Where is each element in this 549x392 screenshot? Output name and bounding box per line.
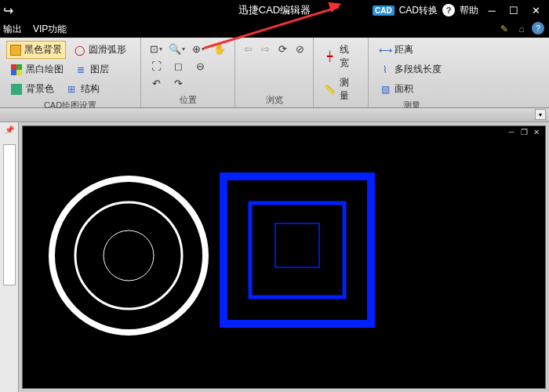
ribbon-subbar: ▾ xyxy=(0,108,549,122)
smooth-arc-label: 圆滑弧形 xyxy=(89,43,126,56)
svg-rect-8 xyxy=(224,176,371,324)
menu-output[interactable]: 输出 xyxy=(3,23,22,36)
canvas-close-icon[interactable]: ✕ xyxy=(531,128,542,136)
bg-color-label: 背景色 xyxy=(26,82,54,96)
window-icon[interactable]: ◻ xyxy=(169,58,187,74)
canvas[interactable]: ─ ❐ ✕ xyxy=(22,125,546,389)
group-label-browse: 浏览 xyxy=(242,93,307,106)
black-bg-icon xyxy=(10,45,21,56)
distance-label: 距离 xyxy=(394,43,413,56)
linewidth-button[interactable]: ┿ 线宽 xyxy=(320,41,362,72)
bw-icon xyxy=(10,64,23,76)
canvas-minimize-icon[interactable]: ─ xyxy=(506,128,517,136)
close-button[interactable]: ✕ xyxy=(527,3,544,17)
help-label[interactable]: 帮助 xyxy=(460,4,478,17)
polyline-icon: ⌇ xyxy=(379,64,391,76)
group-label-position: 位置 xyxy=(147,93,228,106)
fit-icon[interactable]: ⊡ xyxy=(147,41,164,56)
svg-rect-9 xyxy=(250,203,344,297)
home-icon[interactable]: ⌂ xyxy=(514,22,529,36)
extents-icon[interactable]: ⛶ xyxy=(147,58,165,74)
bw-draw-button[interactable]: 黑白绘图 xyxy=(6,60,67,78)
ribbon-group-measure: ⟷ 距离 ⌇ 多段线长度 ▧ 面积 测量 xyxy=(369,38,455,107)
expand-ribbon-button[interactable]: ▾ xyxy=(535,109,546,120)
help-small-icon[interactable]: ? xyxy=(532,22,544,34)
structure-icon: ⊞ xyxy=(65,83,78,96)
svg-rect-4 xyxy=(11,84,22,95)
ribbon: 黑色背景 ◯ 圆滑弧形 黑白绘图 ≣ 图层 xyxy=(0,38,549,108)
ribbon-group-hide: ┿ 线宽 📏 测量 A 文本 隐藏 xyxy=(314,38,369,107)
distance-icon: ⟷ xyxy=(379,44,391,56)
distance-button[interactable]: ⟷ 距离 xyxy=(375,41,449,59)
app-title: 迅捷CAD编辑器 xyxy=(238,3,311,17)
next-icon[interactable]: ⇨ xyxy=(259,41,271,56)
svg-rect-3 xyxy=(16,70,22,75)
area-button[interactable]: ▧ 面积 xyxy=(375,80,449,98)
workspace: 📌 ─ ❐ ✕ xyxy=(0,122,549,392)
arc-icon: ◯ xyxy=(73,44,85,56)
circles-drawing xyxy=(46,173,211,338)
layer-button[interactable]: ≣ 图层 xyxy=(71,60,113,78)
redo-icon[interactable]: ↪ xyxy=(0,3,13,18)
svg-rect-0 xyxy=(11,64,16,70)
rotate-right-icon[interactable]: ↷ xyxy=(169,75,187,91)
structure-button[interactable]: ⊞ 结构 xyxy=(61,80,104,98)
ruler-icon: 📏 xyxy=(324,83,336,96)
ribbon-group-browse: ⇦ ⇨ ⟳ ⊘ 浏览 xyxy=(235,38,314,107)
zoom-icon[interactable]: 🔍 xyxy=(169,41,185,56)
ribbon-group-position: ⊡ 🔍 ⊕ ✋ ⛶ ◻ ⊖ ↶ ↷ 位置 xyxy=(141,38,235,107)
side-panel: 📌 xyxy=(0,122,19,392)
measure-button[interactable]: 📏 测量 xyxy=(320,74,362,105)
edit-icon[interactable]: ✎ xyxy=(497,22,511,36)
polyline-label: 多段线长度 xyxy=(394,63,442,76)
menubar: 输出 VIP功能 ✎ ⌂ ? xyxy=(0,20,549,38)
smooth-arc-button[interactable]: ◯ 圆滑弧形 xyxy=(69,41,130,59)
pin-icon[interactable]: 📌 xyxy=(5,125,14,134)
linewidth-label: 线宽 xyxy=(340,43,358,70)
black-bg-button[interactable]: 黑色背景 xyxy=(6,41,66,59)
bg-color-button[interactable]: 背景色 xyxy=(6,80,58,98)
area-label: 面积 xyxy=(394,82,413,96)
layer-icon: ≣ xyxy=(75,64,87,76)
rotate-left-icon[interactable]: ↶ xyxy=(147,75,165,91)
measure-label: 测量 xyxy=(340,76,358,103)
polyline-button[interactable]: ⌇ 多段线长度 xyxy=(375,60,449,78)
canvas-restore-icon[interactable]: ❐ xyxy=(518,128,529,136)
svg-rect-10 xyxy=(275,223,319,267)
prev-icon[interactable]: ⇦ xyxy=(242,41,254,56)
svg-rect-1 xyxy=(16,64,22,70)
area-icon: ▧ xyxy=(379,83,391,96)
ribbon-group-cad-settings: 黑色背景 ◯ 圆滑弧形 黑白绘图 ≣ 图层 xyxy=(0,38,141,107)
structure-label: 结构 xyxy=(81,82,100,96)
refresh-icon[interactable]: ⟳ xyxy=(277,41,289,56)
black-bg-label: 黑色背景 xyxy=(24,43,62,56)
cad-convert-label[interactable]: CAD转换 xyxy=(399,4,438,17)
cad-badge-icon: CAD xyxy=(373,5,394,16)
vertical-ruler xyxy=(3,144,16,285)
maximize-button[interactable]: ☐ xyxy=(505,3,522,17)
svg-point-6 xyxy=(75,202,182,309)
minimize-button[interactable]: ─ xyxy=(483,3,500,17)
layer-label: 图层 xyxy=(90,63,109,76)
help-icon[interactable]: ? xyxy=(442,4,455,16)
squares-drawing xyxy=(219,172,376,328)
stop-icon[interactable]: ⊘ xyxy=(294,41,307,56)
bgcolor-icon xyxy=(10,83,23,96)
linewidth-icon: ┿ xyxy=(324,50,336,63)
bw-draw-label: 黑白绘图 xyxy=(26,63,64,76)
titlebar: ↪ 迅捷CAD编辑器 CAD CAD转换 ? 帮助 ─ ☐ ✕ xyxy=(0,0,549,20)
menu-vip[interactable]: VIP功能 xyxy=(33,23,67,36)
zoomout-icon[interactable]: ⊖ xyxy=(191,58,209,74)
svg-point-7 xyxy=(104,230,154,281)
svg-rect-2 xyxy=(11,70,16,75)
